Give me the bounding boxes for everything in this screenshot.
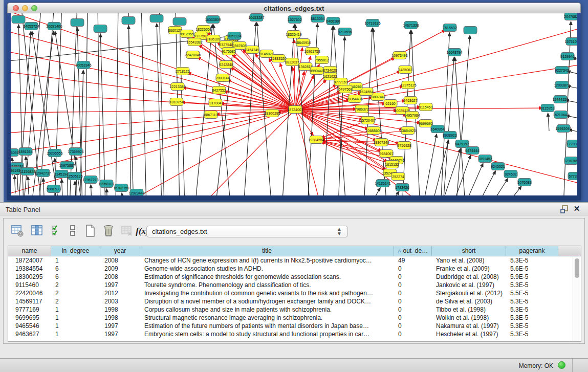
cell-title[interactable]: Tourette syndrome. Phenomenology and cla… [140, 281, 394, 289]
table-row[interactable]: 1456911722003Disruption of a novel membe… [8, 297, 573, 305]
cell-out_de[interactable]: 0 [394, 281, 432, 289]
network-node[interactable]: 9463627 [403, 97, 417, 104]
network-edge[interactable] [106, 189, 107, 195]
cell-title[interactable]: Estimation of significance thresholds fo… [140, 273, 394, 281]
network-node[interactable]: 10688609 [365, 127, 381, 135]
cell-out_de[interactable]: 0 [394, 322, 432, 330]
network-node[interactable]: 9115460 [419, 103, 433, 111]
cell-name[interactable]: 22420046 [8, 289, 51, 297]
network-node[interactable]: 12375125 [400, 81, 416, 89]
cell-pagerank[interactable]: 5.3E-5 [506, 305, 558, 314]
network-node[interactable]: 14055724 [23, 23, 39, 30]
network-node[interactable]: 15992091 [555, 125, 571, 133]
network-node[interactable] [150, 15, 163, 23]
table-vertical-scrollbar[interactable] [573, 256, 581, 341]
cell-name[interactable]: 18300295 [8, 273, 51, 281]
cell-year[interactable]: 2003 [100, 297, 140, 305]
network-node[interactable]: 10973493 [391, 52, 407, 59]
network-edge[interactable] [28, 177, 29, 194]
table-row[interactable]: 977716911998Corpus callosum shape and si… [8, 305, 573, 314]
network-node[interactable]: 16782759 [113, 184, 129, 192]
network-edge[interactable] [100, 34, 105, 195]
network-edge[interactable] [464, 164, 483, 195]
network-edge[interactable] [505, 187, 521, 195]
network-edge[interactable] [295, 110, 577, 192]
network-node[interactable]: 1145194 [55, 170, 69, 178]
cell-pagerank[interactable]: 5.3E-5 [506, 322, 558, 330]
network-edge[interactable] [85, 13, 88, 195]
cell-name[interactable]: 14569117 [8, 297, 51, 305]
network-node[interactable]: 19384554 [308, 136, 324, 144]
network-node[interactable]: 1891452 [478, 155, 492, 163]
cell-in_degree[interactable]: 2 [51, 289, 100, 297]
network-node[interactable]: 15751074 [564, 38, 577, 46]
network-edge[interactable] [157, 24, 162, 195]
network-node[interactable]: 8990448 [310, 67, 323, 75]
cell-pagerank[interactable]: 5.3E-5 [506, 256, 558, 265]
cell-short[interactable]: Jankovic et al. (1997) [432, 281, 506, 289]
network-edge[interactable] [563, 22, 571, 195]
cell-year[interactable]: 1997 [100, 330, 140, 338]
network-node[interactable]: 8938923 [443, 132, 456, 139]
network-node[interactable]: 10719185 [364, 19, 380, 27]
memory-status-indicator[interactable] [558, 361, 565, 369]
network-node[interactable]: 6466160 [326, 17, 340, 25]
select-columns-icon[interactable] [49, 224, 64, 239]
cell-short[interactable]: Wolkin et al. (1998) [432, 314, 506, 322]
cell-name[interactable]: 9463627 [8, 330, 51, 338]
cell-name[interactable]: 9465546 [8, 322, 51, 330]
network-node[interactable]: 9245021 [491, 163, 505, 170]
network-edge[interactable] [387, 192, 399, 195]
network-node[interactable]: 17957273 [82, 176, 98, 184]
network-node[interactable]: 18724007 [287, 106, 303, 114]
network-node[interactable]: 7857224 [227, 32, 241, 40]
cell-out_de[interactable]: 0 [394, 289, 432, 297]
network-node[interactable]: 924502 [504, 170, 517, 178]
cell-in_degree[interactable]: 2 [51, 281, 100, 289]
network-window-titlebar[interactable]: citations_edges.txt [7, 3, 581, 13]
column-header-in_degree[interactable]: in_degree [51, 246, 100, 256]
network-node[interactable]: 8822037 [285, 58, 299, 66]
network-node[interactable]: 20206556 [47, 149, 62, 157]
network-node[interactable]: 14136141 [375, 180, 390, 187]
cell-year[interactable]: 2008 [100, 273, 140, 281]
network-edge[interactable] [369, 188, 380, 195]
network-node[interactable]: 9777169 [334, 78, 347, 86]
network-node[interactable]: 8186328 [206, 35, 220, 43]
network-node[interactable]: 9699695 [419, 120, 432, 127]
column-header-title[interactable]: title [140, 246, 394, 256]
network-edge[interactable] [452, 156, 470, 195]
network-edge[interactable] [122, 193, 123, 195]
network-node[interactable]: 939193 [11, 167, 21, 174]
show-columns-icon[interactable] [29, 224, 45, 239]
network-node[interactable]: 20364436 [346, 95, 362, 103]
column-header-pagerank[interactable]: pagerank [506, 246, 558, 256]
table-row[interactable]: 969969511998Structural magnetic resonanc… [8, 314, 573, 322]
network-edge[interactable] [11, 110, 295, 113]
column-header-out_de[interactable]: △out_de… [394, 246, 432, 256]
network-node[interactable]: 19958107 [98, 180, 114, 188]
network-node[interactable]: 18640910 [295, 39, 311, 47]
network-node[interactable]: 677302 [568, 172, 577, 180]
network-edge[interactable] [98, 13, 100, 195]
network-node[interactable]: 2047682 [564, 13, 577, 20]
network-edge[interactable] [548, 114, 549, 131]
cell-short[interactable]: Tibbo et al. (1998) [432, 305, 506, 314]
network-node[interactable]: 1527602 [288, 16, 301, 24]
cell-short[interactable]: Stergiakouli et al. (2012) [432, 289, 506, 297]
network-node[interactable]: 7485063 [398, 66, 412, 74]
cell-pagerank[interactable]: 5.3E-5 [506, 297, 558, 305]
cell-in_degree[interactable]: 1 [51, 314, 100, 322]
network-node[interactable]: 12093872 [554, 81, 570, 89]
network-node[interactable]: 12923448 [128, 189, 144, 196]
table-row[interactable]: 911546021997Tourette syndrome. Phenomeno… [8, 281, 573, 289]
network-node[interactable] [464, 27, 477, 34]
network-node[interactable]: 13654923 [400, 127, 416, 135]
network-node[interactable]: 12505135 [67, 172, 82, 180]
network-node[interactable]: 16210643 [553, 111, 569, 119]
column-header-short[interactable]: short [432, 246, 506, 256]
cell-title[interactable]: Structural magnetic resonance image aver… [140, 314, 394, 322]
column-header-year[interactable]: year [100, 246, 140, 256]
network-edge[interactable] [61, 180, 62, 195]
cell-pagerank[interactable]: 5.5E-5 [506, 289, 558, 297]
